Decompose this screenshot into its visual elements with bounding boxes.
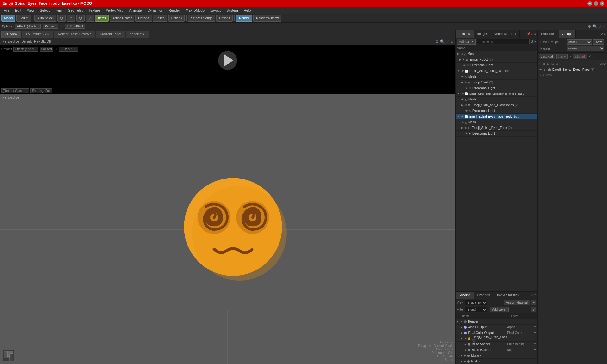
- shading-row-base-shader[interactable]: ● Base Shader Full Shading ▼: [456, 342, 537, 347]
- options-3-btn[interactable]: Options: [216, 15, 233, 22]
- groups-expand-btn[interactable]: ⊞: [543, 62, 545, 65]
- viewport-gear-icon[interactable]: ≡: [451, 39, 453, 44]
- effect-value[interactable]: Effect: (Shadi...: [15, 24, 40, 29]
- shading-s-btn[interactable]: S: [531, 307, 536, 312]
- close-btn[interactable]: ✕: [600, 1, 604, 6]
- menu-edit[interactable]: Edit: [13, 8, 24, 13]
- viewport-expand-icon[interactable]: ⤢: [446, 39, 449, 44]
- expand-icon[interactable]: ⤢: [598, 24, 602, 29]
- eye-icon[interactable]: ●: [461, 337, 462, 340]
- more-icon[interactable]: ≡: [603, 24, 605, 29]
- action-center-btn[interactable]: Action Center: [110, 15, 135, 22]
- shading-row-library[interactable]: ● ▶ Library: [456, 353, 537, 359]
- toolbar-mode-4[interactable]: ⬡: [86, 15, 94, 22]
- dropdown-icon[interactable]: ▼: [534, 326, 536, 329]
- item-list-pin-icon[interactable]: 📌: [527, 32, 530, 36]
- eye-icon[interactable]: 👁: [464, 104, 467, 107]
- tab-channels[interactable]: Channels: [474, 292, 494, 299]
- lut-value[interactable]: LUT: sRGB: [65, 24, 85, 29]
- dropdown-icon[interactable]: ▼: [534, 343, 536, 346]
- options-1-btn[interactable]: Options: [135, 15, 152, 22]
- tab-shading[interactable]: Shading: [456, 292, 474, 299]
- shading-expand-icon[interactable]: ⤢: [531, 294, 534, 297]
- groups-more-icon[interactable]: ≡: [604, 32, 606, 36]
- eye-icon[interactable]: ●: [457, 320, 458, 323]
- dropdown-icon[interactable]: ▼: [534, 331, 536, 334]
- item-row[interactable]: 👁 ☀ Directional Light: [456, 63, 537, 68]
- render-effect-label[interactable]: Effect: (Shadi...: [13, 47, 38, 52]
- filter-s-icon[interactable]: S: [531, 40, 533, 43]
- viewport-default-label[interactable]: Default: [21, 40, 32, 43]
- apply-btn[interactable]: Apply: [556, 54, 568, 59]
- eye-icon[interactable]: 👁: [461, 52, 463, 56]
- menu-vertex-map[interactable]: Vertex Map: [103, 8, 126, 13]
- viewport-raygl-label[interactable]: Ray GL: Off: [34, 40, 51, 43]
- play-button[interactable]: [218, 51, 237, 70]
- menu-render[interactable]: Render: [166, 8, 182, 13]
- render-btn[interactable]: Render: [236, 15, 252, 22]
- dropdown-icon[interactable]: ▼: [534, 349, 536, 351]
- groups-item[interactable]: 👁 ▶ Emoji_Spiral_Eyes_Face (3): [538, 67, 607, 72]
- select-through-btn[interactable]: Select Through: [188, 15, 215, 22]
- new-btn[interactable]: New: [593, 39, 604, 45]
- render-window-btn[interactable]: Render Window: [253, 15, 281, 22]
- toolbar-mode-3[interactable]: ⬡: [76, 15, 85, 22]
- tab-vertex-map-list[interactable]: Vertex Map List: [491, 30, 520, 38]
- item-row-selected[interactable]: ▼ 👁 📄 Emoji_Spiral_Eyes_Face_modo_ba ...: [456, 114, 537, 119]
- item-row[interactable]: ▼ 👁 📄 Emoji_Skull_and_Crossbones_modo_ba…: [456, 91, 537, 97]
- groups-vis-btn[interactable]: ●: [539, 62, 541, 65]
- toolbar-mode-2[interactable]: ⬡: [67, 15, 75, 22]
- tab-info-statistics[interactable]: Info & Statistics: [494, 292, 522, 299]
- navigation-cube[interactable]: [3, 350, 14, 361]
- eye-icon[interactable]: 👁: [461, 115, 464, 118]
- filter-dropdown[interactable]: (none): [465, 307, 487, 312]
- eye-icon[interactable]: 👁: [464, 126, 467, 130]
- groups-check2-btn[interactable]: ☑: [556, 62, 558, 65]
- sculpt-mode-btn[interactable]: Sculpt: [16, 15, 31, 22]
- window-controls[interactable]: ─ □ ✕: [587, 1, 604, 6]
- auto-select-btn[interactable]: Auto Select: [34, 15, 56, 22]
- item-row[interactable]: 👁 △ Mesh: [456, 74, 537, 80]
- eye-icon[interactable]: ●: [461, 326, 462, 329]
- tab-item-list[interactable]: Item List: [456, 30, 474, 38]
- eye-icon[interactable]: 👁: [539, 68, 542, 71]
- menu-file[interactable]: File: [1, 8, 12, 13]
- item-row[interactable]: ▶ 👁 ⊞ Emoji_Spiral_Eyes_Face (2): [456, 125, 537, 131]
- eye-icon[interactable]: ●: [461, 360, 462, 363]
- item-row[interactable]: ▶ 👁 △ Mesh: [456, 51, 537, 57]
- item-row[interactable]: ▶ 👁 ⊞ Emoji_Robot (2): [456, 57, 537, 63]
- item-list-more-icon[interactable]: ≡: [534, 32, 536, 36]
- shading-more-icon[interactable]: ≡: [534, 294, 536, 297]
- eye-icon[interactable]: 👁: [463, 64, 466, 67]
- eye-icon[interactable]: 👁: [461, 92, 464, 95]
- shading-row-nodes[interactable]: ● ▶ Nodes: [456, 359, 537, 364]
- shading-row-render[interactable]: ● ▼ Render: [456, 319, 537, 325]
- eye-icon[interactable]: 👁: [463, 58, 465, 61]
- item-row[interactable]: 👁 ☀ Directional Light: [456, 85, 537, 91]
- eye-icon[interactable]: 👁: [464, 81, 467, 84]
- item-row[interactable]: ▶ 👁 ⊞ Emoji_Skull_and_Crossbones (2): [456, 102, 537, 108]
- item-row[interactable]: 👁 △ Mesh: [456, 119, 537, 125]
- tab-groups[interactable]: Groups: [559, 30, 576, 38]
- menu-animate[interactable]: Animate: [126, 8, 144, 13]
- shading-row-emoji-group[interactable]: ● ▼ Emoji_Spiral_Eyes_Face (2): [456, 336, 537, 342]
- falloff-btn[interactable]: Falloff: [153, 15, 167, 22]
- menu-help[interactable]: Help: [241, 8, 254, 13]
- pause-icon[interactable]: ⏸: [60, 25, 63, 28]
- groups-check-btn[interactable]: ☐: [551, 62, 554, 65]
- tab-render-preset[interactable]: Render Preset Browser: [54, 31, 95, 38]
- toolbar-mode-1[interactable]: ⬡: [57, 15, 66, 22]
- menu-select[interactable]: Select: [37, 8, 52, 13]
- eye-icon[interactable]: 👁: [461, 70, 464, 73]
- viewport-settings-icon[interactable]: ⚙: [435, 39, 439, 44]
- maximize-btn[interactable]: □: [594, 1, 598, 6]
- auto-add-btn[interactable]: Auto Add: [539, 54, 555, 59]
- eye-icon[interactable]: 👁: [461, 75, 464, 78]
- assign-material-btn[interactable]: Assign Material: [504, 300, 530, 305]
- filter-items-input[interactable]: [477, 39, 530, 44]
- tab-properties[interactable]: Properties: [538, 30, 559, 38]
- menu-layout[interactable]: Layout: [208, 8, 223, 13]
- eye-icon[interactable]: ●: [461, 354, 462, 357]
- viewport-perspective-label[interactable]: Perspective: [3, 40, 19, 43]
- paused-value[interactable]: Paused: [43, 24, 58, 29]
